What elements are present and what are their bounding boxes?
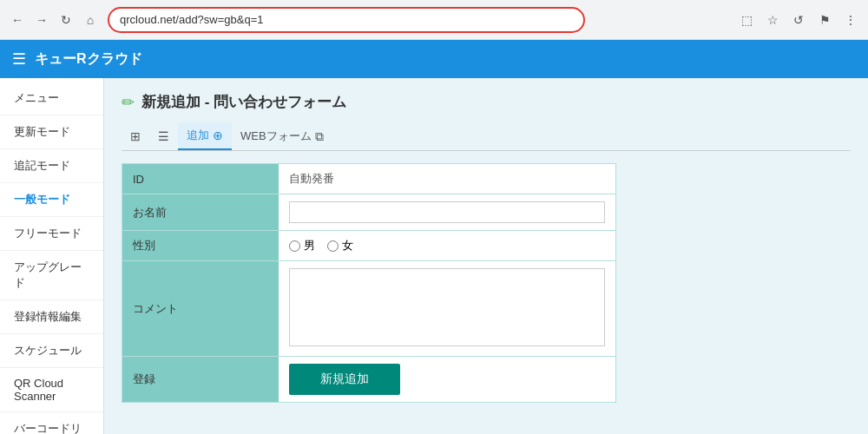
form-row-gender: 性別 男 女 bbox=[122, 231, 616, 261]
gender-male-option[interactable]: 男 bbox=[289, 238, 315, 253]
sidebar-item-menu[interactable]: メニュー bbox=[0, 82, 103, 115]
tab-webform-label: WEBフォーム bbox=[240, 128, 312, 144]
app-grid-icon: ☰ bbox=[12, 49, 26, 69]
tab-webform[interactable]: WEBフォーム ⧉ bbox=[232, 123, 332, 149]
tab-add-label: 追加 bbox=[187, 128, 209, 143]
list-icon: ☰ bbox=[158, 129, 169, 143]
name-value-cell bbox=[279, 194, 616, 231]
page-header: ✏ 新規追加 - 問い合わせフォーム bbox=[122, 92, 851, 112]
gender-male-radio[interactable] bbox=[289, 240, 300, 252]
address-bar[interactable] bbox=[108, 7, 585, 33]
submit-value-cell: 新規追加 bbox=[279, 357, 616, 403]
browser-chrome: ← → ↻ ⌂ ⬚ ☆ ↺ ⚑ ⋮ bbox=[0, 0, 868, 40]
address-bar-container bbox=[108, 7, 585, 33]
id-label: ID bbox=[122, 164, 279, 194]
form-row-id: ID 自動発番 bbox=[122, 164, 616, 194]
sidebar-item-update-mode[interactable]: 更新モード bbox=[0, 115, 103, 149]
top-nav: ☰ キューRクラウド bbox=[0, 40, 868, 78]
sidebar: メニュー 更新モード 追記モード 一般モード フリーモード アップグレード 登録… bbox=[0, 78, 104, 434]
browser-actions: ⬚ ☆ ↺ ⚑ ⋮ bbox=[736, 10, 861, 30]
form-row-submit: 登録 新規追加 bbox=[122, 357, 616, 403]
sidebar-item-append-mode[interactable]: 追記モード bbox=[0, 149, 103, 183]
gender-value-cell: 男 女 bbox=[279, 231, 616, 261]
form-row-name: お名前 bbox=[122, 194, 616, 231]
gender-radio-group: 男 女 bbox=[289, 238, 606, 253]
gender-label: 性別 bbox=[122, 231, 279, 261]
comment-label: コメント bbox=[122, 261, 279, 357]
comment-textarea[interactable] bbox=[289, 268, 606, 346]
gender-male-label: 男 bbox=[304, 238, 315, 253]
form-table: ID 自動発番 お名前 性別 bbox=[122, 163, 616, 403]
tab-bar: ⊞ ☰ 追加 ⊕ WEBフォーム ⧉ bbox=[122, 122, 851, 151]
forward-button[interactable]: → bbox=[31, 10, 52, 30]
star-icon[interactable]: ☆ bbox=[762, 10, 783, 30]
sidebar-item-qr-cloud-scanner[interactable]: QR Cloud Scanner bbox=[0, 368, 103, 412]
content-area: ✏ 新規追加 - 問い合わせフォーム ⊞ ☰ 追加 ⊕ WEBフォーム ⧉ bbox=[104, 78, 868, 434]
sidebar-item-profile-edit[interactable]: 登録情報編集 bbox=[0, 300, 103, 334]
submit-label: 登録 bbox=[122, 357, 279, 403]
sidebar-item-general-mode[interactable]: 一般モード bbox=[0, 183, 103, 217]
edit-icon: ✏ bbox=[122, 93, 135, 112]
add-circle-icon: ⊕ bbox=[213, 128, 223, 142]
tab-grid[interactable]: ⊞ bbox=[122, 124, 149, 148]
nav-buttons: ← → ↻ ⌂ bbox=[7, 10, 101, 30]
id-value: 自動発番 bbox=[279, 164, 616, 194]
gender-female-radio[interactable] bbox=[327, 240, 339, 252]
reload-button[interactable]: ↻ bbox=[56, 10, 76, 30]
name-input[interactable] bbox=[289, 201, 606, 223]
sidebar-item-barcode-reader[interactable]: バーコードリーダ bbox=[0, 412, 103, 434]
tab-add[interactable]: 追加 ⊕ bbox=[178, 122, 232, 150]
page-title: 新規追加 - 問い合わせフォーム bbox=[141, 92, 346, 112]
gender-female-option[interactable]: 女 bbox=[327, 238, 353, 253]
name-label: お名前 bbox=[122, 194, 279, 231]
history-icon[interactable]: ↺ bbox=[788, 10, 809, 30]
external-link-icon: ⧉ bbox=[315, 129, 324, 144]
submit-button[interactable]: 新規追加 bbox=[289, 364, 400, 395]
comment-value-cell bbox=[279, 261, 616, 357]
sidebar-item-free-mode[interactable]: フリーモード bbox=[0, 217, 103, 251]
gender-female-label: 女 bbox=[342, 238, 353, 253]
sidebar-item-schedule[interactable]: スケジュール bbox=[0, 334, 103, 368]
tab-list[interactable]: ☰ bbox=[149, 124, 178, 148]
back-button[interactable]: ← bbox=[7, 10, 28, 30]
cast-icon[interactable]: ⬚ bbox=[736, 10, 757, 30]
grid-icon: ⊞ bbox=[130, 129, 141, 143]
sidebar-item-upgrade[interactable]: アップグレード bbox=[0, 251, 103, 300]
app-title: キューRクラウド bbox=[35, 50, 142, 69]
menu-icon[interactable]: ⋮ bbox=[840, 10, 861, 30]
flag-icon[interactable]: ⚑ bbox=[814, 10, 835, 30]
id-auto-text: 自動発番 bbox=[289, 172, 334, 185]
form-row-comment: コメント bbox=[122, 261, 616, 357]
main-layout: メニュー 更新モード 追記モード 一般モード フリーモード アップグレード 登録… bbox=[0, 78, 868, 434]
home-button[interactable]: ⌂ bbox=[80, 10, 101, 30]
app: ☰ キューRクラウド メニュー 更新モード 追記モード 一般モード フリーモード… bbox=[0, 40, 868, 434]
